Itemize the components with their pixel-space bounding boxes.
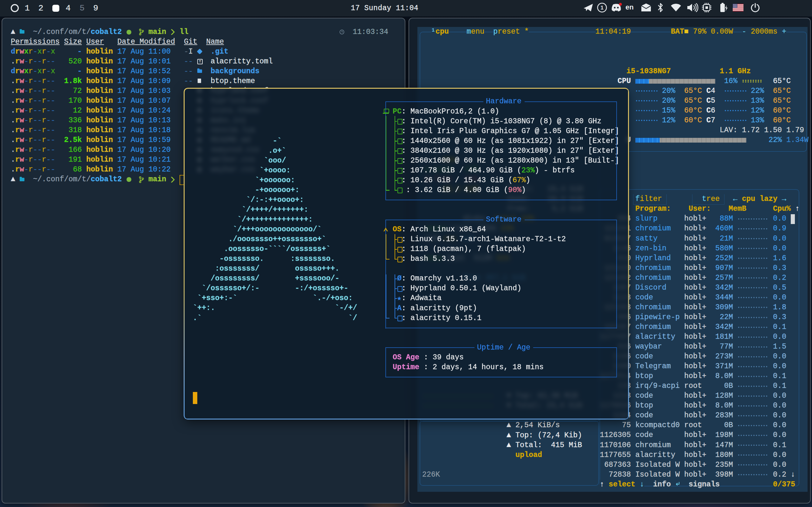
svg-text:1: 1 — [600, 5, 603, 11]
